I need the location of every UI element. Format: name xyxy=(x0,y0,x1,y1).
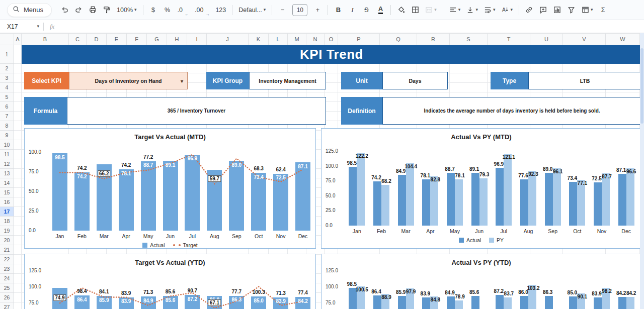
redo-button[interactable] xyxy=(72,4,85,17)
label-nov-actual: 83.9 xyxy=(270,298,292,304)
column-header-T[interactable]: T xyxy=(488,33,530,45)
column-header-F[interactable]: F xyxy=(127,33,147,45)
format-percent-button[interactable]: % xyxy=(161,4,174,17)
bold-button[interactable]: B xyxy=(332,4,345,17)
increase-decimals-button[interactable]: .00→ xyxy=(192,4,212,17)
column-header-E[interactable]: E xyxy=(107,33,127,45)
column-header-O[interactable]: O xyxy=(325,33,338,45)
row-header-11[interactable]: 11 xyxy=(0,150,14,159)
scrollbar-thumb[interactable] xyxy=(640,48,643,124)
text-wrap-button[interactable]: ▾ xyxy=(481,4,498,17)
font-button[interactable]: Defaul...▾ xyxy=(236,4,268,17)
undo-button[interactable] xyxy=(58,4,71,17)
kpi-group-value: Inventory Management xyxy=(249,72,326,89)
column-header-L[interactable]: L xyxy=(269,33,288,45)
column-header-A[interactable]: A xyxy=(14,33,22,45)
column-header-J[interactable]: J xyxy=(207,33,249,45)
select-all-corner[interactable] xyxy=(0,33,14,45)
zoom-button[interactable]: 100%▾ xyxy=(114,4,139,17)
row-header-27[interactable]: 27 xyxy=(0,302,14,309)
fill-color-button[interactable] xyxy=(394,4,408,17)
column-header-R[interactable]: R xyxy=(417,33,450,45)
text-rotation-button[interactable]: A▾ xyxy=(499,4,515,17)
chart-actual-vs-py-mtd[interactable]: Actual Vs PY (MTD)125.0100.075.050.025.0… xyxy=(321,128,641,249)
row-header-4[interactable]: 4 xyxy=(0,83,14,92)
label-feb-py: 68.2 xyxy=(375,178,397,184)
bar-mar-actual xyxy=(398,296,406,309)
number-format-button[interactable]: 123 xyxy=(213,4,228,17)
x-axis-label-jan: Jan xyxy=(49,233,71,239)
vertical-align-button[interactable]: ▾ xyxy=(464,4,480,17)
row-header-9[interactable]: 9 xyxy=(0,131,14,140)
column-header-I[interactable]: I xyxy=(187,33,207,45)
strikethrough-button[interactable]: S xyxy=(360,4,373,17)
row-header-14[interactable]: 14 xyxy=(0,178,14,188)
row-header-19[interactable]: 19 xyxy=(0,226,14,236)
column-header-D[interactable]: D xyxy=(87,33,107,45)
row-header-10[interactable]: 10 xyxy=(0,140,14,150)
row-header-13[interactable]: 13 xyxy=(0,169,14,178)
menus-search[interactable]: Menus xyxy=(7,3,52,17)
vertical-scrollbar[interactable] xyxy=(640,33,644,309)
column-header-Q[interactable]: Q xyxy=(380,33,417,45)
borders-button[interactable] xyxy=(409,4,422,17)
column-header-P[interactable]: P xyxy=(338,33,380,45)
row-header-6[interactable]: 6 xyxy=(0,102,14,112)
print-button[interactable] xyxy=(86,4,99,17)
chart-actual-vs-py-ytd[interactable]: Actual Vs PY (YTD)125.0100.075.050.025.0… xyxy=(321,254,641,309)
increase-font-size-button[interactable]: + xyxy=(311,4,324,17)
column-header-W[interactable]: W xyxy=(606,33,640,45)
row-header-8[interactable]: 8 xyxy=(0,121,14,131)
font-size-button[interactable]: 10 xyxy=(290,4,310,17)
paint-format-button[interactable] xyxy=(100,4,113,17)
column-header-H[interactable]: H xyxy=(167,33,187,45)
row-header-1[interactable]: 1 xyxy=(0,45,14,64)
row-header-16[interactable]: 16 xyxy=(0,197,14,207)
row-header-21[interactable]: 21 xyxy=(0,245,14,255)
horizontal-align-button[interactable]: ▾ xyxy=(447,4,463,17)
row-header-24[interactable]: 24 xyxy=(0,274,14,283)
format-currency-button[interactable]: $ xyxy=(147,4,160,17)
column-header-M[interactable]: M xyxy=(288,33,306,45)
column-header-C[interactable]: C xyxy=(69,33,87,45)
chart-target-vs-actual-ytd[interactable]: Target Vs Actual (YTD)125.0100.075.050.0… xyxy=(24,254,316,309)
row-header-20[interactable]: 20 xyxy=(0,236,14,245)
column-header-U[interactable]: U xyxy=(530,33,563,45)
italic-button[interactable]: I xyxy=(346,4,359,17)
row-header-7[interactable]: 7 xyxy=(0,112,14,121)
row-header-5[interactable]: 5 xyxy=(0,92,14,102)
decrease-decimals-button[interactable]: .0← xyxy=(175,4,191,17)
column-header-B[interactable]: B xyxy=(22,33,69,45)
label-feb-target: 98.4 xyxy=(71,288,93,294)
text-color-button[interactable]: A xyxy=(374,4,387,17)
row-header-17[interactable]: 17 xyxy=(0,207,14,217)
definition-label: Definition xyxy=(341,97,382,125)
label-may-actual: 88.7 xyxy=(439,166,461,172)
name-box[interactable]: X17 ▾ xyxy=(0,23,43,30)
row-header-15[interactable]: 15 xyxy=(0,188,14,197)
row-header-12[interactable]: 12 xyxy=(0,159,14,169)
kpi-dropdown[interactable]: Days of Inventory on Hand ▾ xyxy=(69,72,188,89)
merge-cells-button[interactable]: ▾ xyxy=(423,4,439,17)
insert-chart-button[interactable] xyxy=(551,4,564,17)
column-header-K[interactable]: K xyxy=(249,33,269,45)
create-filter-button[interactable] xyxy=(565,4,578,17)
decrease-font-size-button[interactable]: − xyxy=(276,4,289,17)
functions-button[interactable]: Σ xyxy=(597,4,610,17)
row-header-18[interactable]: 18 xyxy=(0,217,14,226)
insert-comment-button[interactable] xyxy=(537,4,550,17)
column-header-V[interactable]: V xyxy=(563,33,606,45)
insert-link-button[interactable] xyxy=(523,4,536,17)
column-header-G[interactable]: G xyxy=(147,33,167,45)
row-header-3[interactable]: 3 xyxy=(0,73,14,83)
row-header-22[interactable]: 22 xyxy=(0,255,14,264)
formula-input[interactable] xyxy=(60,20,644,33)
column-header-S[interactable]: S xyxy=(450,33,488,45)
row-header-25[interactable]: 25 xyxy=(0,283,14,293)
chart-target-vs-actual-mtd[interactable]: Target Vs Actual (MTD)100.075.050.025.00… xyxy=(24,128,316,249)
column-header-N[interactable]: N xyxy=(306,33,325,45)
table-views-button[interactable]: ▾ xyxy=(579,4,596,17)
row-header-26[interactable]: 26 xyxy=(0,293,14,302)
row-header-23[interactable]: 23 xyxy=(0,264,14,274)
row-header-2[interactable]: 2 xyxy=(0,64,14,73)
